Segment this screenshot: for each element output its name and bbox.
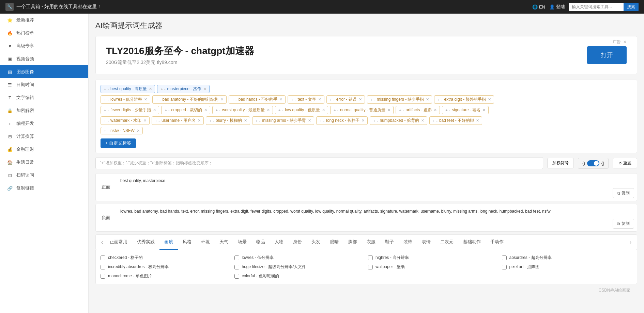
close-icon[interactable]: ✕	[220, 97, 224, 102]
plus-icon[interactable]: +	[104, 87, 106, 91]
ad-open-button[interactable]: 打开	[587, 46, 627, 64]
tab-2d[interactable]: 二次元	[435, 235, 458, 250]
sidebar-item-copylink[interactable]: 🔗 复制链接	[0, 182, 88, 195]
tab-best[interactable]: 优秀实践	[132, 235, 159, 250]
sidebar-item-code[interactable]: › 编程开发	[0, 117, 88, 130]
custom-tag-button[interactable]: + 自定义标签	[101, 138, 136, 148]
tab-chest[interactable]: 胸部	[343, 235, 362, 250]
close-icon[interactable]: ✕	[359, 97, 362, 102]
sidebar-item-recommend[interactable]: ⭐ 最新推荐	[0, 14, 88, 27]
cat-next-arrow[interactable]: ›	[628, 236, 633, 249]
absurdres-checkbox[interactable]	[502, 256, 507, 260]
tab-front[interactable]: 正面常用	[105, 235, 132, 250]
wallpaper-checkbox[interactable]	[368, 265, 373, 269]
close-icon[interactable]: ✕	[476, 118, 479, 123]
close-icon[interactable]: ✕	[279, 97, 282, 102]
tab-identity[interactable]: 身份	[288, 235, 307, 250]
login-btn[interactable]: 👤 登陆	[549, 4, 565, 10]
tab-basic-action[interactable]: 基础动作	[458, 235, 486, 250]
lang-selector[interactable]: 🌐 EN	[532, 4, 545, 10]
tab-hand-action[interactable]: 手动作	[486, 235, 508, 250]
close-icon[interactable]: ✕	[203, 87, 206, 91]
close-icon[interactable]: ✕	[144, 97, 147, 102]
close-icon[interactable]: ✕	[488, 97, 491, 102]
close-icon[interactable]: ✕	[244, 118, 247, 123]
tab-shoes[interactable]: 鞋子	[380, 235, 399, 250]
checkbox-absurdres[interactable]: absurdres - 超高分辨率	[502, 255, 632, 261]
close-icon[interactable]: ✕	[137, 129, 140, 133]
tab-eyes[interactable]: 眼睛	[325, 235, 343, 250]
close-icon[interactable]: ✕	[204, 108, 207, 112]
close-icon[interactable]: ✕	[434, 108, 437, 112]
close-icon[interactable]: ✕	[308, 118, 311, 123]
negative-copy-button[interactable]: ⧉ 复制	[613, 219, 634, 229]
monochrome-checkbox[interactable]	[101, 274, 105, 279]
checkbox-pixel-art[interactable]: pixel art - 点阵图	[502, 264, 632, 270]
search-button[interactable]: 搜索	[624, 3, 639, 11]
close-icon[interactable]: ✕	[198, 118, 201, 123]
close-icon[interactable]: ✕	[387, 108, 390, 112]
tab-style[interactable]: 风格	[178, 235, 196, 250]
close-icon[interactable]: ✕	[318, 97, 321, 102]
tag-label: error - 错误	[336, 97, 357, 102]
sidebar-item-qr[interactable]: ⊡ 扫码访问	[0, 169, 88, 182]
highres-checkbox[interactable]	[368, 256, 373, 260]
weight-symbol-button[interactable]: 加权符号	[547, 158, 574, 168]
minus-icon[interactable]: -	[164, 87, 166, 91]
sidebar-item-daily[interactable]: 🏠 生活日常	[0, 156, 88, 169]
positive-copy-button[interactable]: ⧉ 复制	[613, 188, 634, 198]
ad-close-btn[interactable]: ✕	[623, 39, 627, 44]
reset-button[interactable]: ↺ 重置	[613, 158, 637, 168]
close-icon[interactable]: ✕	[267, 108, 270, 112]
incredibly-absurdres-checkbox[interactable]	[101, 265, 105, 269]
lowres-checkbox[interactable]	[234, 256, 239, 260]
huge-filesize-checkbox[interactable]	[234, 265, 239, 269]
minus-icon[interactable]: -	[107, 87, 109, 91]
sidebar-item-text[interactable]: T 文字编辑	[0, 91, 88, 104]
tag-label: missing fingers - 缺少手指	[377, 97, 424, 102]
checkbox-checkered[interactable]: checkered - 格子的	[101, 255, 231, 261]
tab-scene[interactable]: 场景	[233, 235, 251, 250]
toggle-switch[interactable]	[587, 160, 599, 166]
checkbox-wallpaper[interactable]: wallpaper - 壁纸	[368, 264, 499, 270]
checkbox-colorful[interactable]: colorful - 色彩斑斓的	[234, 273, 365, 279]
tab-expression[interactable]: 表情	[417, 235, 435, 250]
tab-people[interactable]: 人物	[270, 235, 288, 250]
sidebar-item-finance[interactable]: 💰 金融理财	[0, 143, 88, 156]
sidebar-item-datetime[interactable]: ☰ 日期时间	[0, 78, 88, 91]
close-icon[interactable]: ✕	[149, 87, 152, 91]
tag-label: nsfw - NSFW	[110, 128, 135, 133]
checkered-checkbox[interactable]	[101, 256, 105, 260]
checkbox-incredibly-absurdres[interactable]: incredibly absurdres - 极高分辨率	[101, 264, 231, 270]
tab-items[interactable]: 物品	[251, 235, 270, 250]
close-icon[interactable]: ✕	[426, 97, 429, 102]
copy-label: 复制	[622, 221, 630, 227]
checkbox-highres[interactable]: highres - 高分辨率	[368, 255, 499, 261]
checkbox-monochrome[interactable]: monochrome - 单色图片	[101, 273, 231, 279]
sidebar-item-calc[interactable]: ⊞ 计算换算	[0, 130, 88, 143]
sidebar-item-advanced[interactable]: ♥ 高级专享	[0, 39, 88, 52]
close-icon[interactable]: ✕	[153, 108, 156, 112]
pixel-art-checkbox[interactable]	[502, 265, 507, 269]
close-icon[interactable]: ✕	[421, 118, 424, 123]
tab-quality[interactable]: 画质	[159, 235, 178, 250]
sidebar-item-encrypt[interactable]: 🔒 加密解密	[0, 104, 88, 117]
close-icon[interactable]: ✕	[482, 108, 486, 112]
close-icon[interactable]: ✕	[362, 118, 365, 123]
tab-clothes[interactable]: 衣服	[362, 235, 380, 250]
sidebar-item-image[interactable]: ▤ 图形图像	[0, 65, 88, 78]
tab-env[interactable]: 环境	[196, 235, 215, 250]
sidebar-item-video[interactable]: ▣ 视频音频	[0, 52, 88, 65]
tab-weather[interactable]: 天气	[215, 235, 233, 250]
close-icon[interactable]: ✕	[322, 108, 325, 112]
plus-icon[interactable]: +	[160, 87, 163, 91]
close-icon[interactable]: ✕	[143, 118, 147, 123]
tab-hair[interactable]: 头发	[307, 235, 325, 250]
sidebar-item-hot[interactable]: 🔥 热门榜单	[0, 27, 88, 39]
cat-prev-arrow[interactable]: ‹	[99, 236, 105, 249]
checkbox-huge-filesize[interactable]: huge filesize - 超级高分辨率/大文件	[234, 264, 365, 270]
colorful-checkbox[interactable]	[234, 274, 239, 279]
checkbox-lowres[interactable]: lowres - 低分辨率	[234, 255, 365, 261]
search-input[interactable]	[569, 3, 624, 11]
tab-accessories[interactable]: 装饰	[399, 235, 417, 250]
